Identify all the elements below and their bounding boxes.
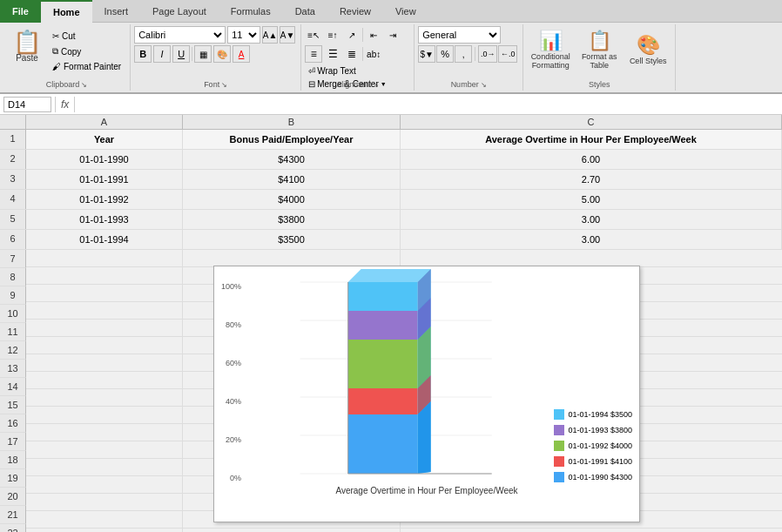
cell-4a[interactable]: 01-01-1992 bbox=[26, 190, 183, 209]
border-button[interactable]: ▦ bbox=[194, 45, 212, 63]
currency-button[interactable]: $▼ bbox=[418, 45, 435, 63]
italic-button[interactable]: I bbox=[153, 45, 171, 63]
align-center-button[interactable]: ☰ bbox=[324, 45, 341, 63]
row-numbers-column: 7 8 9 10 11 12 13 14 15 16 17 18 19 20 2… bbox=[0, 250, 26, 532]
tab-home[interactable]: Home bbox=[41, 0, 92, 23]
paste-button[interactable]: 📋 Paste bbox=[7, 26, 47, 67]
wrap-text-button[interactable]: ⏎ Wrap Text bbox=[305, 64, 408, 77]
underline-button[interactable]: U bbox=[172, 45, 190, 63]
percent-button[interactable]: % bbox=[436, 45, 454, 63]
cell-4b[interactable]: $4000 bbox=[183, 190, 401, 209]
chart-title: Average Overtime in Hour Per Employee/We… bbox=[221, 486, 632, 495]
align-top-center-button[interactable]: ≡↑ bbox=[324, 26, 341, 44]
cell-6a[interactable]: 01-01-1994 bbox=[26, 230, 183, 249]
number-expand-icon[interactable]: ↘ bbox=[481, 81, 487, 89]
row-number-spacer bbox=[0, 115, 26, 129]
copy-button[interactable]: ⧉ Copy bbox=[49, 44, 125, 58]
cell-2c[interactable]: 6.00 bbox=[401, 150, 782, 169]
clipboard-expand-icon[interactable]: ↘ bbox=[81, 81, 87, 89]
font-row2: B I U ▦ 🎨 A bbox=[134, 45, 295, 63]
row-number: 4 bbox=[0, 190, 26, 209]
decrease-font-button[interactable]: A▼ bbox=[280, 26, 295, 44]
cell-3b[interactable]: $4100 bbox=[183, 170, 401, 189]
cell-2b[interactable]: $4300 bbox=[183, 150, 401, 169]
align-right-button[interactable]: ≣ bbox=[343, 45, 361, 63]
increase-font-button[interactable]: A▲ bbox=[262, 26, 278, 44]
fx-label: fx bbox=[59, 98, 71, 111]
cell-2a[interactable]: 01-01-1990 bbox=[26, 150, 183, 169]
table-row: 4 01-01-1992 $4000 5.00 bbox=[0, 190, 782, 210]
font-color-button[interactable]: A bbox=[233, 45, 250, 63]
conditional-formatting-button[interactable]: 📊 Conditional Formatting bbox=[527, 26, 574, 74]
format-table-button[interactable]: 📋 Format as Table bbox=[576, 26, 623, 74]
format-painter-button[interactable]: 🖌 Format Painter bbox=[49, 60, 125, 73]
increase-decimal-button[interactable]: .0→ bbox=[478, 45, 497, 63]
cell-reference-input[interactable] bbox=[3, 97, 51, 112]
text-direction-button[interactable]: ab↕ bbox=[365, 45, 382, 63]
bold-button[interactable]: B bbox=[134, 45, 152, 63]
row-number: 6 bbox=[0, 230, 26, 249]
clipboard-group-label: Clipboard ↘ bbox=[3, 80, 130, 89]
cell-5c[interactable]: 3.00 bbox=[401, 210, 782, 229]
cell-6c[interactable]: 3.00 bbox=[401, 230, 782, 249]
decrease-indent-button[interactable]: ⇤ bbox=[365, 26, 382, 44]
spreadsheet: A B C 1 Year Bonus Paid/Employee/Year Av… bbox=[0, 115, 782, 532]
tab-view[interactable]: View bbox=[383, 0, 428, 23]
tab-formulas[interactable]: Formulas bbox=[219, 0, 283, 23]
cut-button[interactable]: ✂ Cut bbox=[49, 30, 125, 43]
svg-rect-7 bbox=[348, 311, 418, 340]
tab-insert[interactable]: Insert bbox=[92, 0, 141, 23]
tab-review[interactable]: Review bbox=[327, 0, 383, 23]
format-table-icon: 📋 bbox=[588, 30, 611, 52]
number-format-select[interactable]: General bbox=[418, 26, 501, 44]
legend-item: 01-01-1991 $4100 bbox=[554, 456, 632, 467]
y-label-80: 80% bbox=[226, 320, 241, 329]
row-number: 1 bbox=[0, 130, 26, 149]
cell-6b[interactable]: $3500 bbox=[183, 230, 401, 249]
align-top-left-button[interactable]: ≡↖ bbox=[305, 26, 322, 44]
cell-3c[interactable]: 2.70 bbox=[401, 170, 782, 189]
column-headers: A B C bbox=[0, 115, 782, 130]
font-expand-icon[interactable]: ↘ bbox=[221, 81, 227, 89]
cell-5b[interactable]: $3800 bbox=[183, 210, 401, 229]
col-header-b[interactable]: B bbox=[183, 115, 401, 129]
chart-container[interactable]: 100% 80% 60% 40% 20% 0% bbox=[213, 266, 640, 522]
cell-1c[interactable]: Average Overtime in Hour Per Employee/We… bbox=[401, 130, 782, 149]
tab-page-layout[interactable]: Page Layout bbox=[140, 0, 219, 23]
cell-5a[interactable]: 01-01-1993 bbox=[26, 210, 183, 229]
table-row: 2 01-01-1990 $4300 6.00 bbox=[0, 150, 782, 170]
paste-icon: 📋 bbox=[13, 30, 41, 53]
align-top-right-button[interactable]: ↗ bbox=[343, 26, 361, 44]
rows-with-chart: 7 8 9 10 11 12 13 14 15 16 17 18 19 20 2… bbox=[0, 250, 782, 532]
cells-chart-area: 100% 80% 60% 40% 20% 0% bbox=[26, 250, 782, 532]
y-label-60: 60% bbox=[226, 359, 241, 367]
tab-file[interactable]: File bbox=[0, 0, 41, 23]
svg-rect-8 bbox=[348, 340, 418, 388]
font-size-select[interactable]: 11 bbox=[227, 26, 260, 44]
cell-3a[interactable]: 01-01-1991 bbox=[26, 170, 183, 189]
increase-indent-button[interactable]: ⇥ bbox=[384, 26, 401, 44]
cell-styles-button[interactable]: 🎨 Cell Styles bbox=[624, 26, 671, 74]
tab-data[interactable]: Data bbox=[283, 0, 327, 23]
alignment-group: ≡↖ ≡↑ ↗ ⇤ ⇥ ≡ ☰ ≣ ab↕ ⏎ Wrap Text ⊟ Merg… bbox=[301, 24, 415, 91]
table-row: 6 01-01-1994 $3500 3.00 bbox=[0, 230, 782, 250]
formula-input[interactable] bbox=[78, 99, 779, 110]
y-label-40: 40% bbox=[226, 397, 241, 406]
cell-1a[interactable]: Year bbox=[26, 130, 183, 149]
font-name-select[interactable]: Calibri bbox=[134, 26, 226, 44]
format-painter-icon: 🖌 bbox=[52, 62, 61, 71]
col-header-c[interactable]: C bbox=[401, 115, 782, 129]
decrease-decimal-button[interactable]: ←.0 bbox=[498, 45, 517, 63]
comma-button[interactable]: , bbox=[455, 45, 472, 63]
alignment-expand-icon[interactable]: ↘ bbox=[373, 81, 379, 89]
styles-group-label: Styles bbox=[523, 80, 675, 89]
cell-1b[interactable]: Bonus Paid/Employee/Year bbox=[183, 130, 401, 149]
number-group-label: Number ↘ bbox=[415, 80, 522, 89]
cut-copy-painter: ✂ Cut ⧉ Copy 🖌 Format Painter bbox=[49, 26, 125, 73]
col-header-a[interactable]: A bbox=[26, 115, 183, 129]
align-left-button[interactable]: ≡ bbox=[305, 45, 322, 63]
legend-label-1993: 01-01-1993 $3800 bbox=[568, 426, 632, 434]
cell-4c[interactable]: 5.00 bbox=[401, 190, 782, 209]
table-row: 5 01-01-1993 $3800 3.00 bbox=[0, 210, 782, 230]
fill-color-button[interactable]: 🎨 bbox=[213, 45, 231, 63]
